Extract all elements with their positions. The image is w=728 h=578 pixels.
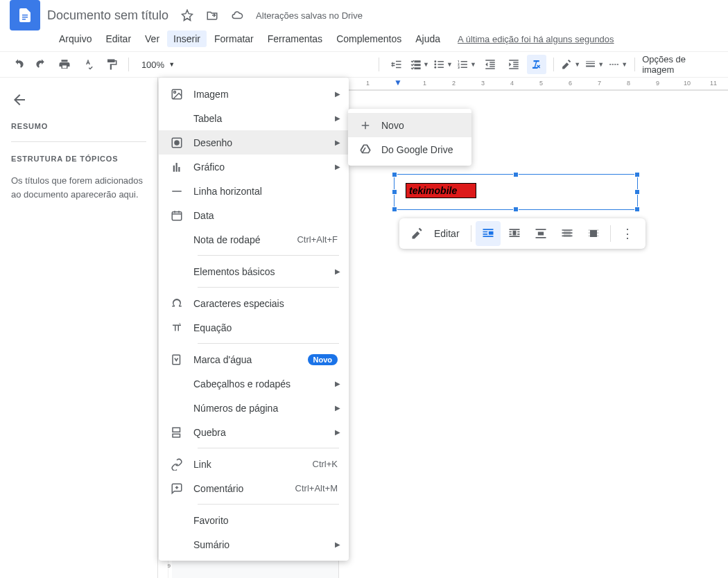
menu-equacao[interactable]: 2 Equação <box>159 315 349 340</box>
svg-rect-7 <box>172 191 182 192</box>
menu-nota[interactable]: Nota de rodapé Ctrl+Alt+F <box>159 227 349 252</box>
insert-menu: Imagem ▶ Tabela ▶ Desenho ▶ Gráfico ▶ Li… <box>159 78 349 561</box>
menu-sumario[interactable]: Sumário ▶ <box>159 532 349 557</box>
menu-ver[interactable]: Ver <box>139 30 166 47</box>
menu-complementos[interactable]: Complementos <box>330 30 408 47</box>
image-context-toolbar: Editar ⋮ <box>399 218 645 249</box>
menuitem-label: Data <box>193 210 214 221</box>
resize-handle[interactable] <box>634 189 640 195</box>
undo-icon[interactable] <box>8 55 28 74</box>
resize-handle[interactable] <box>634 207 640 212</box>
comment-icon <box>170 482 184 496</box>
menu-elementos[interactable]: Elementos básicos ▶ <box>159 259 349 283</box>
border-dash-icon[interactable]: ▼ <box>608 55 627 74</box>
spellcheck-icon[interactable] <box>78 55 98 74</box>
menu-linha[interactable]: Linha horizontal <box>159 179 349 203</box>
wrap-front-icon[interactable] <box>581 221 606 246</box>
menuitem-label: Quebra <box>193 427 226 438</box>
menu-imagem[interactable]: Imagem ▶ <box>159 82 349 106</box>
menuitem-label: Desenho <box>193 137 232 148</box>
border-weight-icon[interactable]: ▼ <box>584 55 604 74</box>
menu-comentario[interactable]: Comentário Ctrl+Alt+M <box>159 476 349 500</box>
menu-marca[interactable]: Marca d'água Novo <box>159 347 349 371</box>
redo-icon[interactable] <box>32 55 51 74</box>
edit-pencil-icon[interactable] <box>405 221 430 246</box>
menu-tabela[interactable]: Tabela ▶ <box>159 106 349 130</box>
menu-ferramentas[interactable]: Ferramentas <box>261 30 329 47</box>
submenu-novo[interactable]: Novo <box>348 113 471 137</box>
move-folder-icon[interactable] <box>206 9 218 21</box>
svg-rect-10 <box>173 355 180 365</box>
watermark-icon <box>170 353 184 367</box>
svg-point-0 <box>434 60 436 62</box>
indent-marker-icon[interactable]: ▼ <box>394 78 402 87</box>
clear-format-icon[interactable] <box>527 55 546 74</box>
document-title[interactable]: Documento sem título <box>47 8 168 23</box>
menuitem-label: Tabela <box>193 113 222 124</box>
title-bar: Documento sem título Alterações salvas n… <box>0 0 728 30</box>
menu-data[interactable]: Data <box>159 203 349 227</box>
outline-placeholder: Os títulos que forem adicionados ao docu… <box>11 174 146 201</box>
submenu-drive[interactable]: Do Google Drive <box>348 137 471 161</box>
hr-icon <box>170 184 184 198</box>
ruler-v-tick: 9 <box>168 563 171 569</box>
wrap-square-icon[interactable] <box>502 221 527 246</box>
svg-rect-14 <box>590 230 597 237</box>
drawing-content: tekimobile <box>406 183 476 198</box>
menu-inserir[interactable]: Inserir <box>167 30 207 47</box>
menu-link[interactable]: Link Ctrl+K <box>159 452 349 476</box>
wrap-break-icon[interactable] <box>528 221 553 246</box>
image-icon <box>170 87 184 101</box>
ruler-h-tick: 1 <box>423 80 426 87</box>
menu-arquivo[interactable]: Arquivo <box>53 30 98 47</box>
image-options-label[interactable]: Opções de imagem <box>642 54 720 75</box>
menuitem-label: Números de página <box>193 403 278 414</box>
menu-quebra[interactable]: Quebra ▶ <box>159 420 349 444</box>
line-spacing-icon[interactable] <box>386 55 406 74</box>
selected-drawing[interactable]: tekimobile <box>394 174 638 210</box>
more-options-icon[interactable]: ⋮ <box>615 221 640 246</box>
menuitem-label: Caracteres especiais <box>193 298 284 309</box>
resize-handle[interactable] <box>392 172 397 177</box>
menu-formatar[interactable]: Formatar <box>208 30 260 47</box>
ruler-h-tick: 2 <box>452 80 456 87</box>
wrap-inline-icon[interactable] <box>476 221 501 246</box>
menuitem-label: Marca d'água <box>193 354 252 365</box>
docs-logo-icon[interactable] <box>10 0 40 30</box>
cloud-saved-icon[interactable] <box>231 9 243 21</box>
editar-label[interactable]: Editar <box>431 228 467 239</box>
print-icon[interactable] <box>55 55 75 74</box>
menu-ajuda[interactable]: Ajuda <box>409 30 447 47</box>
menu-grafico[interactable]: Gráfico ▶ <box>159 155 349 179</box>
last-edit-link[interactable]: A última edição foi há alguns segundos <box>458 34 614 44</box>
checklist-icon[interactable]: ▼ <box>410 55 429 74</box>
number-list-icon[interactable]: ▼ <box>457 55 476 74</box>
bullet-list-icon[interactable]: ▼ <box>433 55 453 74</box>
menu-caracteres[interactable]: Caracteres especiais <box>159 291 349 315</box>
wrap-behind-icon[interactable] <box>555 221 580 246</box>
resize-handle[interactable] <box>513 207 519 212</box>
menubar: Arquivo Editar Ver Inserir Formatar Ferr… <box>0 30 728 51</box>
menu-numeros[interactable]: Números de página ▶ <box>159 396 349 420</box>
increase-indent-icon[interactable] <box>504 55 523 74</box>
menuitem-label: Gráfico <box>193 161 225 173</box>
resize-handle[interactable] <box>634 172 640 177</box>
ruler-h-tick: 5 <box>539 80 543 87</box>
decrease-indent-icon[interactable] <box>480 55 500 74</box>
menu-favorito[interactable]: Favorito <box>159 508 349 532</box>
border-color-icon[interactable]: ▼ <box>561 55 580 74</box>
resize-handle[interactable] <box>392 189 397 195</box>
paint-format-icon[interactable] <box>102 55 121 74</box>
resize-handle[interactable] <box>392 207 397 212</box>
menu-cabecalhos[interactable]: Cabeçalhos e rodapés ▶ <box>159 371 349 396</box>
outline-panel: RESUMO ESTRUTURA DE TÓPICOS Os títulos q… <box>0 78 158 578</box>
ruler-h-tick: 8 <box>627 80 630 87</box>
zoom-selector[interactable]: 100%▼ <box>136 60 180 70</box>
menu-editar[interactable]: Editar <box>99 30 137 47</box>
svg-rect-8 <box>172 211 182 220</box>
resize-handle[interactable] <box>513 172 519 177</box>
star-icon[interactable] <box>181 9 193 21</box>
desenho-submenu: Novo Do Google Drive <box>348 109 471 166</box>
back-arrow-icon[interactable] <box>11 91 28 108</box>
menu-desenho[interactable]: Desenho ▶ <box>159 130 349 155</box>
